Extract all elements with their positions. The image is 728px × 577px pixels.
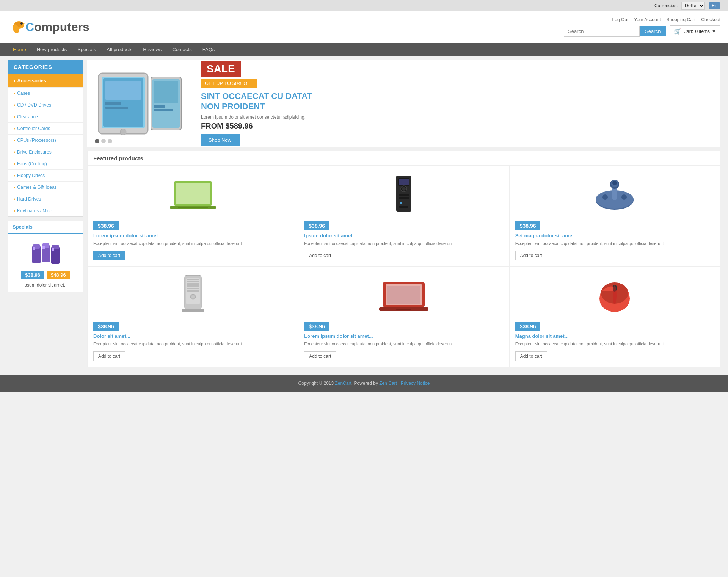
product-title-5[interactable]: Lorem ipsum dolor sit amet... — [304, 333, 503, 339]
shop-now-button[interactable]: Shop Now! — [201, 134, 240, 146]
product-image-1 — [93, 172, 292, 217]
sidebar-item-floppy[interactable]: Floppy Drives — [8, 169, 83, 181]
svg-rect-13 — [52, 248, 54, 251]
nav-reviews[interactable]: Reviews — [138, 43, 167, 56]
specials-product-image — [25, 237, 66, 268]
search-input[interactable] — [564, 26, 640, 37]
sidebar-item-cpus[interactable]: CPUs (Processors) — [8, 134, 83, 146]
banner-title: SINT OCCAECAT CU DATAT NON PROIDENT — [201, 91, 713, 111]
nav-home[interactable]: Home — [8, 43, 31, 56]
product-desc-2: Excepteur sint occaecat cupidatat non pr… — [304, 241, 503, 246]
top-bar: Currencies: Dollar Euro GBP En — [0, 0, 728, 11]
product-price-4: $38.96 — [93, 322, 119, 331]
logout-link[interactable]: Log Out — [612, 17, 629, 22]
language-btn[interactable]: En — [709, 2, 720, 9]
sidebar-item-cases[interactable]: Cases — [8, 87, 83, 99]
product-desc-3: Excepteur sint occaecat cupidatat non pr… — [515, 241, 714, 246]
search-button[interactable]: Search — [640, 26, 666, 36]
product-title-3[interactable]: Set magna dolor sit amet... — [515, 233, 714, 238]
banner-dot-1[interactable] — [95, 139, 99, 143]
product-desc-6: Excepteur sint occaecat cupidatat non pr… — [515, 341, 714, 347]
hero-banner: SALE GET UP TO 50% OFF SINT OCCAECAT CU … — [87, 60, 720, 147]
banner-dot-2[interactable] — [101, 139, 106, 143]
tower-pc-icon — [385, 174, 423, 215]
svg-rect-27 — [176, 183, 210, 204]
product-image-6 — [515, 272, 714, 318]
active-arrow: › — [14, 78, 15, 83]
product-image-2 — [304, 172, 503, 217]
laptop-green-icon — [168, 174, 218, 215]
banner-dots — [95, 139, 112, 143]
featured-section: Featured products $38.96 Lorem ipsum dol… — [87, 151, 720, 367]
sidebar-item-keyboards[interactable]: Keyboards / Mice — [8, 205, 83, 216]
product-desc-5: Excepteur sint occaecat cupidatat non pr… — [304, 341, 503, 347]
currencies-label: Currencies: — [654, 3, 678, 8]
svg-rect-54 — [187, 290, 199, 292]
sidebar-item-cd-dvd[interactable]: CD / DVD Drives — [8, 99, 83, 111]
mouse-red-icon — [592, 274, 637, 316]
svg-rect-24 — [154, 105, 165, 108]
add-to-cart-button-6[interactable]: Add to cart — [515, 351, 547, 361]
product-price-1: $38.96 — [93, 221, 119, 230]
footer-zencart-link[interactable]: ZenCart — [335, 381, 351, 386]
banner-dot-3[interactable] — [108, 139, 112, 143]
cart-box[interactable]: 🛒 Cart: 0 items ▼ — [670, 25, 720, 37]
account-link[interactable]: Your Account — [634, 17, 661, 22]
svg-point-20 — [120, 129, 126, 135]
product-title-4[interactable]: Dolor sit amet... — [93, 333, 292, 339]
sidebar-item-controller[interactable]: Controller Cards — [8, 122, 83, 134]
special-price-old: $48.96 — [47, 271, 70, 279]
nav-specials[interactable]: Specials — [72, 43, 101, 56]
logo-bird-icon — [8, 20, 25, 34]
sidebar-item-accessories[interactable]: › Accessories — [8, 74, 83, 87]
header-right: Log Out Your Account Shopping Cart Check… — [564, 17, 720, 37]
nav-all-products[interactable]: All products — [101, 43, 138, 56]
product-title-1[interactable]: Lorem ipsum dolor sit amet... — [93, 233, 292, 238]
svg-rect-32 — [399, 179, 409, 185]
footer-zen-cart-link[interactable]: Zen Cart — [379, 381, 397, 386]
header-links: Log Out Your Account Shopping Cart Check… — [612, 17, 720, 22]
svg-rect-53 — [187, 288, 199, 289]
banner-image-area — [87, 60, 193, 147]
footer-privacy-link[interactable]: Privacy Notice — [401, 381, 430, 386]
logo[interactable]: Computers — [8, 20, 89, 34]
svg-rect-36 — [399, 197, 409, 199]
nav-new-products[interactable]: New products — [31, 43, 72, 56]
special-price-new: $38.96 — [21, 271, 44, 279]
banner-description: Lorem ipsum dolor sit amet conse ctetur … — [201, 114, 713, 120]
currency-select[interactable]: Dollar Euro GBP — [681, 2, 705, 10]
sidebar-item-fans[interactable]: Fans (Cooling) — [8, 158, 83, 169]
product-price-3: $38.96 — [515, 221, 541, 230]
checkout-link[interactable]: Checkout — [701, 17, 720, 22]
nav-contacts[interactable]: Contacts — [167, 43, 197, 56]
svg-rect-29 — [178, 207, 208, 208]
laptop-red-icon — [377, 276, 430, 314]
svg-rect-10 — [42, 246, 45, 249]
svg-point-37 — [400, 202, 402, 204]
add-to-cart-button-2[interactable]: Add to cart — [304, 251, 336, 260]
product-price-6: $38.96 — [515, 322, 541, 331]
add-to-cart-button-1[interactable]: Add to cart — [93, 251, 125, 260]
product-title-2[interactable]: Ipsum dolor sit amet... — [304, 233, 503, 238]
categories-panel: CATEGORIES › Accessories Cases CD / DVD … — [8, 60, 83, 217]
product-desc-4: Excepteur sint occaecat cupidatat non pr… — [93, 341, 292, 347]
sidebar-item-drive-enc[interactable]: Drive Enclosures — [8, 146, 83, 158]
add-to-cart-button-5[interactable]: Add to cart — [304, 351, 336, 361]
svg-point-56 — [191, 295, 195, 298]
shopping-cart-link[interactable]: Shopping Cart — [667, 17, 696, 22]
sidebar-item-clearance[interactable]: Clearance — [8, 111, 83, 122]
sidebar-item-games[interactable]: Games & Gift Ideas — [8, 181, 83, 193]
banner-discount-text: GET UP TO 50% OFF — [201, 79, 257, 88]
product-title-6[interactable]: Magna dolor sit amet... — [515, 333, 714, 339]
specials-panel: Specials — [8, 221, 83, 292]
add-to-cart-button-3[interactable]: Add to cart — [515, 251, 547, 260]
svg-point-44 — [612, 181, 617, 185]
sidebar-item-hard-drives[interactable]: Hard Drives — [8, 193, 83, 205]
specials-product-title[interactable]: Ipsum dolor sit amet... — [12, 282, 79, 288]
svg-rect-62 — [396, 309, 411, 310]
nav-faqs[interactable]: FAQs — [197, 43, 220, 56]
banner-tablet-image — [95, 66, 186, 141]
add-to-cart-button-4[interactable]: Add to cart — [93, 351, 125, 361]
svg-rect-7 — [33, 247, 35, 250]
svg-rect-18 — [105, 102, 121, 105]
